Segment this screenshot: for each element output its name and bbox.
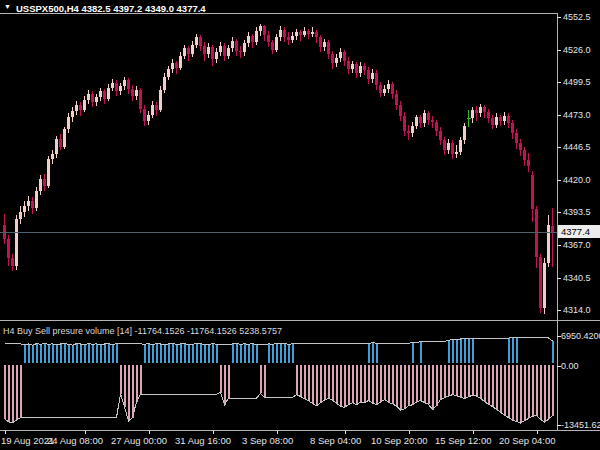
buy-pressure-bar: [216, 344, 218, 363]
sell-pressure-bar: [456, 365, 458, 396]
sell-pressure-bar: [524, 365, 526, 421]
candle-wick: [300, 30, 301, 41]
sell-pressure-bar: [356, 365, 358, 405]
price-axis-label: 4552.5: [563, 12, 591, 22]
candle-body: [111, 83, 114, 88]
candle-body: [383, 89, 386, 93]
sell-pressure-bar: [264, 365, 266, 397]
sell-pressure-bar: [472, 365, 474, 395]
buy-pressure-bar: [176, 344, 178, 363]
sell-pressure-bar: [488, 365, 490, 404]
candle-body: [299, 32, 302, 34]
candle-body: [347, 61, 350, 70]
price-tick: [557, 147, 561, 148]
buy-pressure-bar: [376, 343, 378, 363]
candle-body: [435, 122, 438, 131]
sell-pressure-bar: [4, 365, 6, 419]
buy-pressure-bar: [36, 344, 38, 363]
sell-pressure-bar: [304, 365, 306, 399]
sell-pressure-bar: [532, 365, 534, 416]
sell-pressure-bar: [372, 365, 374, 403]
buy-pressure-bar: [472, 338, 474, 363]
indicator-pane[interactable]: [4, 337, 554, 423]
candle-body: [255, 31, 258, 42]
buy-pressure-bar: [164, 345, 166, 363]
buy-pressure-bar: [420, 342, 422, 363]
candle-body: [99, 91, 102, 97]
time-tick: [85, 431, 86, 434]
candle-body: [323, 42, 326, 47]
pane-separator[interactable]: [0, 320, 600, 321]
candle-body: [63, 129, 66, 146]
candle-body: [39, 179, 42, 191]
candle-body: [155, 105, 158, 110]
candle-body: [331, 54, 334, 63]
sell-pressure-bar: [444, 365, 446, 398]
main-pane[interactable]: [0, 24, 557, 314]
buy-pressure-bar: [244, 344, 246, 363]
time-axis-separator: [0, 430, 600, 431]
buy-pressure-bar: [100, 345, 102, 363]
candle-body: [171, 63, 174, 69]
indicator-values-label: -11764.1526 -11764.1526 5238.5757: [135, 326, 282, 336]
buy-pressure-bar: [372, 343, 374, 363]
time-tick: [537, 431, 538, 434]
sell-pressure-bar: [328, 365, 330, 398]
price-tick: [557, 245, 561, 246]
sell-pressure-bar: [392, 365, 394, 404]
candle-body: [251, 36, 254, 42]
candle-body: [59, 139, 62, 146]
candle-body: [19, 212, 22, 219]
candle-body: [103, 91, 106, 98]
candle-body: [483, 107, 486, 112]
time-axis-label: 15 Sep 12:00: [435, 435, 492, 446]
sell-pressure-bar: [476, 365, 478, 396]
time-tick: [5, 431, 6, 434]
price-axis-label: 4367.0: [563, 240, 591, 250]
candle-body: [143, 109, 146, 121]
candle-body: [263, 26, 266, 35]
candle-body: [167, 69, 170, 76]
candle-body: [11, 258, 14, 265]
sell-pressure-bar: [376, 365, 378, 405]
candle-body: [139, 90, 142, 108]
candle-body: [243, 43, 246, 52]
sell-pressure-bar: [404, 365, 406, 409]
sell-pressure-bar: [384, 365, 386, 400]
candle-body: [51, 154, 54, 159]
sell-pressure-bar: [492, 365, 494, 407]
buy-pressure-bar: [464, 338, 466, 363]
sell-pressure-bar: [132, 365, 134, 418]
price-axis-border[interactable]: [557, 13, 558, 430]
sell-pressure-bar: [420, 365, 422, 400]
indicator-name-label: H4 Buy Sell presure volume [14]: [3, 326, 132, 336]
sell-pressure-bar: [452, 365, 454, 395]
buy-pressure-bar: [92, 344, 94, 363]
price-tick: [557, 212, 561, 213]
chart-canvas[interactable]: [0, 0, 600, 450]
sell-pressure-bar: [20, 365, 22, 418]
candle-body: [23, 206, 26, 212]
candle-body: [451, 143, 454, 154]
buy-pressure-bar: [72, 345, 74, 363]
candle-body: [195, 37, 198, 44]
buy-pressure-bar: [88, 343, 90, 363]
candle-body: [247, 36, 250, 43]
indicator-axis-label: 6950.4200: [561, 331, 600, 341]
sell-pressure-bar: [128, 365, 130, 421]
candle-body: [71, 111, 74, 117]
sell-pressure-bar: [496, 365, 498, 410]
candle-body: [163, 77, 166, 91]
sell-pressure-bar: [324, 365, 326, 400]
sell-pressure-bar: [360, 365, 362, 402]
buy-pressure-bar: [284, 344, 286, 363]
candle-wick: [552, 208, 553, 267]
buy-pressure-bar: [56, 345, 58, 363]
sell-pressure-bar: [348, 365, 350, 405]
candle-body: [407, 131, 410, 133]
candle-body: [439, 131, 442, 141]
candle-body: [47, 159, 50, 186]
chart-collapse-arrow-icon[interactable]: ▼: [4, 3, 11, 10]
candle-body: [387, 84, 390, 89]
candle-body: [235, 41, 238, 51]
